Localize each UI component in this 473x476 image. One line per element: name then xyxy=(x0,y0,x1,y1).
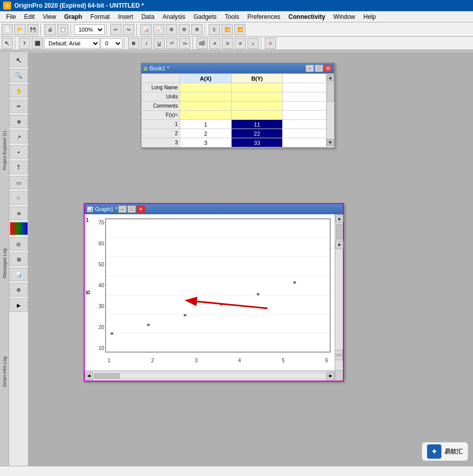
book-titlebar[interactable]: ⊞ Book1 * ─ □ ✕ xyxy=(141,63,334,73)
pan-tool[interactable]: ✋ xyxy=(10,84,28,97)
scroll-right-btn[interactable]: ▶ xyxy=(327,372,335,380)
color-wheel-tool[interactable]: ◎ xyxy=(10,237,28,250)
cell-b-longname[interactable] xyxy=(231,83,283,92)
size-btn[interactable]: A xyxy=(222,38,233,49)
tool2-btn[interactable]: ⚙ xyxy=(179,24,190,35)
scroll-left-btn[interactable]: ◀ xyxy=(85,372,93,380)
color-btn[interactable]: A xyxy=(265,38,276,49)
menu-help[interactable]: Help xyxy=(359,12,380,21)
menu-connectivity[interactable]: Connectivity xyxy=(284,12,329,21)
menu-data[interactable]: Data xyxy=(137,12,158,21)
graph-resize-handle[interactable] xyxy=(335,350,343,360)
tool3-btn[interactable]: ⚙ xyxy=(191,24,203,35)
cell-a-fx[interactable] xyxy=(180,111,232,120)
menu-insert[interactable]: Insert xyxy=(114,12,137,21)
menu-preferences[interactable]: Preferences xyxy=(243,12,285,21)
point-tool[interactable]: • xyxy=(10,145,28,159)
smart-hint-label[interactable]: Smart Hint Log xyxy=(2,357,7,387)
book-close-btn[interactable]: ✕ xyxy=(324,65,332,72)
undo-btn[interactable]: ↩ xyxy=(110,24,121,35)
move-tool[interactable]: ☞ xyxy=(10,191,28,205)
cell-b-units[interactable] xyxy=(231,92,283,102)
menu-edit[interactable]: Edit xyxy=(20,12,39,21)
v-scroll-track[interactable] xyxy=(336,223,342,240)
menu-graph[interactable]: Graph xyxy=(60,12,86,21)
project-explorer-label[interactable]: Project Explorer (1) xyxy=(2,131,7,170)
italic-btn[interactable]: I xyxy=(141,38,152,49)
dataset-tool[interactable]: ≋ xyxy=(10,207,28,220)
fontsize-dropdown[interactable]: 0 8 10 12 xyxy=(101,38,122,48)
book-minimize-btn[interactable]: ─ xyxy=(306,65,314,72)
format1[interactable]: T xyxy=(19,38,30,49)
format2[interactable]: ⬛ xyxy=(32,38,43,49)
v-scroll-up-btn[interactable]: ▲ xyxy=(335,214,343,222)
draw-tool[interactable]: ✏ xyxy=(10,99,28,113)
cell-b-comments[interactable] xyxy=(231,102,283,111)
col-a-header[interactable]: A(X) xyxy=(180,74,232,83)
expand-btn[interactable]: ▶ xyxy=(10,298,28,312)
script-tool[interactable]: ⚙ xyxy=(10,283,28,296)
rect-tool[interactable]: ▭ xyxy=(10,176,28,189)
graph-maximize-btn[interactable]: □ xyxy=(128,206,136,213)
open-btn[interactable]: 📂 xyxy=(14,24,26,35)
graph-titlebar[interactable]: 📊 Graph1 * ─ □ ✕ xyxy=(85,204,343,214)
spacing-btn[interactable]: ⌂ xyxy=(247,38,259,49)
v-scroll-down-btn[interactable]: ▼ xyxy=(335,241,343,249)
signal-btn[interactable]: 📶 xyxy=(221,24,233,35)
font-dropdown[interactable]: Default: Arial xyxy=(44,38,100,48)
cell-b-fx[interactable] xyxy=(231,111,283,120)
tool1-btn[interactable]: ⚙ xyxy=(166,24,177,35)
col-b-header[interactable]: B(Y) xyxy=(231,74,283,83)
graph-scrollbar-h[interactable]: ◀ ▶ xyxy=(85,370,335,381)
copy-btn[interactable]: 📋 xyxy=(57,24,68,35)
text-tool[interactable]: T xyxy=(10,161,28,174)
book-scrollbar-v[interactable]: ▲ ▼ xyxy=(326,73,334,147)
new-btn[interactable]: 📄 xyxy=(2,24,13,35)
graph-minimize-btn[interactable]: ─ xyxy=(118,206,127,213)
scroll-down-btn[interactable]: ▼ xyxy=(327,139,334,146)
menu-analysis[interactable]: Analysis xyxy=(159,12,190,21)
menu-gadgets[interactable]: Gadgets xyxy=(189,12,220,21)
menu-window[interactable]: Window xyxy=(329,12,359,21)
cursor-btn[interactable]: ↖ xyxy=(2,38,13,49)
char-btn[interactable]: A xyxy=(209,38,220,49)
cell-a-1[interactable]: 1 xyxy=(180,120,232,129)
cell-b-2[interactable]: 22 xyxy=(231,129,283,138)
palette-tool[interactable]: ■ xyxy=(10,222,28,235)
cell-b-1[interactable]: 11 xyxy=(231,120,283,129)
scroll-up-btn[interactable]: ▲ xyxy=(327,74,334,81)
h-scroll-thumb[interactable] xyxy=(94,373,120,379)
cell-a-comments[interactable] xyxy=(180,102,232,111)
bold-btn[interactable]: B xyxy=(128,38,139,49)
menu-tools[interactable]: Tools xyxy=(221,12,243,21)
zoom-dropdown[interactable]: 100% 75% 150% xyxy=(74,24,105,35)
arrow-tool[interactable]: ↗ xyxy=(10,130,28,143)
menu-view[interactable]: View xyxy=(39,12,60,21)
crosshair-tool[interactable]: ⊕ xyxy=(10,115,28,128)
menu-file[interactable]: File xyxy=(2,12,20,21)
scroll-thumb[interactable] xyxy=(327,82,334,102)
subscript-btn[interactable]: x₂ xyxy=(179,38,190,49)
menu-format[interactable]: Format xyxy=(86,12,114,21)
zoom-tool[interactable]: 🔍 xyxy=(10,69,28,82)
sum-btn[interactable]: Σ xyxy=(209,24,220,35)
stats-btn[interactable]: 📈 xyxy=(153,24,164,35)
alpha-btn[interactable]: αβ xyxy=(196,38,208,49)
graph-close-btn[interactable]: ✕ xyxy=(137,206,145,213)
signal2-btn[interactable]: 📶 xyxy=(234,24,245,35)
cell-b-3[interactable]: 33 xyxy=(231,138,283,147)
superscript-btn[interactable]: x² xyxy=(166,38,178,49)
cell-a-units[interactable] xyxy=(180,92,232,102)
book-maximize-btn[interactable]: □ xyxy=(315,65,323,72)
redo-btn[interactable]: ↪ xyxy=(123,24,134,35)
cell-a-3[interactable]: 3 xyxy=(180,138,232,147)
v-scroll-thumb[interactable] xyxy=(336,224,342,239)
cell-a-longname[interactable] xyxy=(180,83,232,92)
print-btn[interactable]: 🖨 xyxy=(44,24,56,35)
pointer-tool[interactable]: ↖ xyxy=(10,54,28,67)
align-btn[interactable]: ≡ xyxy=(235,38,246,49)
graph-btn[interactable]: 📊 xyxy=(140,24,152,35)
underline-btn[interactable]: U xyxy=(154,38,165,49)
table-tool[interactable]: ⊞ xyxy=(10,253,28,266)
cell-a-2[interactable]: 2 xyxy=(180,129,232,138)
